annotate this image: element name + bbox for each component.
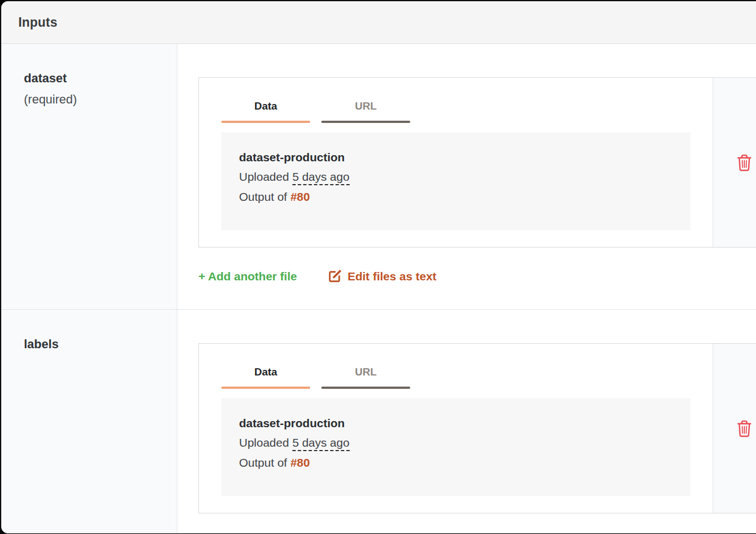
file-output-line: Output of#80	[239, 190, 673, 204]
output-run-link[interactable]: #80	[290, 190, 310, 203]
file-uploaded-line: Uploaded5 days ago	[239, 170, 673, 184]
uploaded-time[interactable]: 5 days ago	[292, 170, 350, 185]
field-main-labels: Data URL dataset-production Uploaded5 da…	[177, 310, 756, 533]
delete-file-button[interactable]	[737, 154, 752, 171]
panel-header: Inputs	[2, 2, 756, 44]
edit-files-as-text-label: Edit files as text	[347, 270, 436, 283]
uploaded-prefix: Uploaded	[239, 436, 289, 449]
inputs-panel: Inputs dataset (required) Data URL	[1, 1, 756, 533]
tab-url[interactable]: URL	[321, 97, 410, 123]
file-actions: + Add another file Edit files as text	[198, 269, 756, 283]
field-name-labels: labels	[24, 337, 163, 352]
tab-data[interactable]: Data	[221, 97, 310, 123]
file-card: Data URL dataset-production Uploaded5 da…	[198, 77, 756, 248]
tab-data[interactable]: Data	[221, 363, 310, 389]
file-card: Data URL dataset-production Uploaded5 da…	[198, 343, 756, 513]
tab-url[interactable]: URL	[321, 363, 410, 389]
trash-icon	[737, 419, 752, 437]
file-card-content: Data URL dataset-production Uploaded5 da…	[199, 344, 713, 513]
file-output-line: Output of#80	[239, 456, 673, 469]
output-run-link[interactable]: #80	[290, 456, 310, 469]
tab-url-label: URL	[321, 97, 410, 112]
delete-file-button[interactable]	[737, 419, 752, 437]
tab-data-underline	[221, 121, 310, 123]
field-row-dataset: dataset (required) Data URL	[2, 44, 756, 310]
uploaded-time[interactable]: 5 days ago	[292, 436, 350, 451]
field-row-labels: labels Data URL da	[2, 310, 756, 533]
edit-files-as-text-link[interactable]: Edit files as text	[328, 269, 436, 283]
file-info-box: dataset-production Uploaded5 days ago Ou…	[221, 398, 690, 496]
output-prefix: Output of	[239, 456, 287, 469]
trash-icon	[737, 154, 752, 171]
field-main-dataset: Data URL dataset-production Uploaded5 da…	[177, 44, 756, 309]
output-prefix: Output of	[239, 190, 287, 203]
tab-url-label: URL	[321, 363, 410, 378]
tab-data-underline	[221, 387, 310, 389]
field-name-dataset: dataset	[24, 71, 163, 86]
tab-url-underline	[321, 387, 410, 389]
file-source-tabs: Data URL	[221, 97, 690, 123]
tab-data-label: Data	[221, 97, 310, 112]
edit-pencil-square-icon	[328, 269, 342, 283]
uploaded-prefix: Uploaded	[239, 170, 289, 183]
file-source-tabs: Data URL	[221, 363, 690, 389]
tab-data-label: Data	[221, 363, 310, 378]
field-sidebar-dataset: dataset (required)	[2, 44, 177, 309]
panel-title: Inputs	[18, 15, 57, 30]
file-card-content: Data URL dataset-production Uploaded5 da…	[199, 78, 713, 247]
file-info-box: dataset-production Uploaded5 days ago Ou…	[221, 132, 690, 230]
file-uploaded-line: Uploaded5 days ago	[239, 436, 673, 449]
field-required-badge: (required)	[24, 92, 163, 107]
file-name: dataset-production	[239, 151, 673, 164]
tab-url-underline	[321, 121, 410, 123]
file-card-rail	[713, 344, 756, 513]
file-name: dataset-production	[239, 417, 673, 430]
add-another-file-link[interactable]: + Add another file	[198, 270, 297, 283]
field-sidebar-labels: labels	[2, 310, 177, 533]
file-card-rail	[713, 78, 756, 247]
